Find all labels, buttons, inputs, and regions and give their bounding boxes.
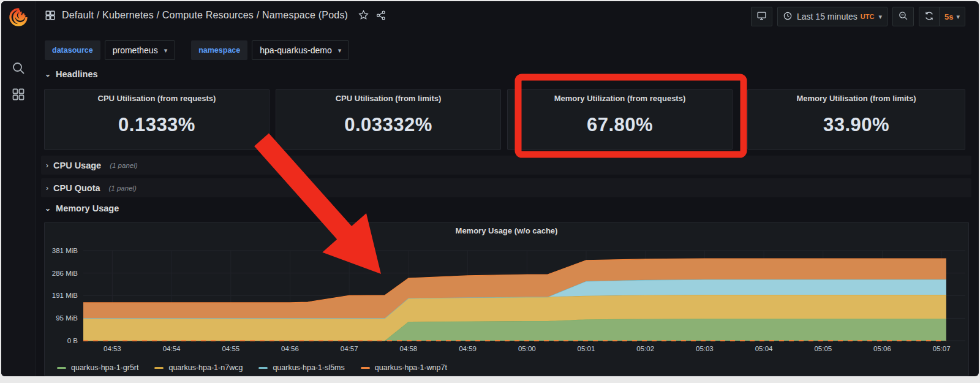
- legend-series-dash-icon: [258, 367, 268, 369]
- search-icon[interactable]: [11, 61, 26, 75]
- svg-text:191 MiB: 191 MiB: [52, 292, 78, 299]
- svg-text:04:55: 04:55: [222, 345, 239, 352]
- magnifier-minus-icon: [898, 10, 908, 23]
- stat-panel-memory-utilization-requests[interactable]: Memory Utilization (from requests) 67.80…: [507, 89, 733, 150]
- memory-usage-chart-panel[interactable]: Memory Usage (w/o cache) 0 B95 MiB191 Mi…: [44, 222, 969, 376]
- chart-title: Memory Usage (w/o cache): [45, 226, 968, 235]
- row-title: Headlines: [56, 69, 98, 79]
- stat-value: 67.80%: [508, 114, 732, 136]
- panel-title: CPU Utilisation (from requests): [45, 94, 269, 103]
- datasource-select[interactable]: prometheus ▾: [105, 40, 175, 60]
- stat-value: 0.1333%: [45, 114, 269, 136]
- star-icon[interactable]: [358, 9, 369, 21]
- refresh-interval-value: 5s: [944, 12, 953, 21]
- row-header-headlines[interactable]: ⌄ Headlines: [45, 69, 98, 79]
- row-title: Memory Usage: [56, 203, 119, 213]
- stat-value: 0.03332%: [276, 114, 500, 136]
- legend-series-dash-icon: [361, 367, 370, 369]
- dashboards-icon[interactable]: [11, 87, 26, 102]
- row-title: CPU Usage: [53, 161, 101, 170]
- svg-text:95 MiB: 95 MiB: [56, 314, 78, 322]
- svg-text:0 B: 0 B: [67, 337, 78, 344]
- svg-text:05:00: 05:00: [518, 345, 536, 352]
- svg-text:05:02: 05:02: [636, 345, 654, 352]
- svg-text:04:58: 04:58: [399, 345, 417, 352]
- svg-text:04:53: 04:53: [104, 345, 121, 352]
- chevron-down-icon: ▾: [878, 13, 882, 21]
- time-range-picker[interactable]: Last 15 minutes UTC ▾: [777, 7, 888, 26]
- legend-series-name: quarkus-hpa-1-gr5rt: [71, 363, 138, 372]
- chevron-down-icon: ▾: [338, 47, 342, 55]
- chevron-right-icon: ›: [46, 184, 48, 192]
- variable-label: datasource: [45, 40, 100, 60]
- grafana-app: Default / Kubernetes / Compute Resources…: [1, 1, 979, 376]
- chevron-down-icon: ⌄: [45, 70, 51, 78]
- grafana-logo-icon[interactable]: [9, 7, 28, 27]
- refresh-interval-picker[interactable]: 5s ▾: [940, 7, 965, 26]
- legend-series-name: quarkus-hpa-1-n7wcg: [168, 363, 243, 372]
- panel-title: Memory Utilization (from requests): [508, 94, 732, 103]
- row-header-cpu-usage[interactable]: › CPU Usage (1 panel): [41, 156, 971, 175]
- chevron-down-icon: ▾: [164, 47, 168, 55]
- svg-text:04:56: 04:56: [281, 345, 299, 352]
- time-range-label: Last 15 minutes: [797, 12, 858, 21]
- legend-item[interactable]: quarkus-hpa-1-gr5rt: [57, 363, 138, 372]
- svg-text:05:07: 05:07: [933, 345, 951, 352]
- apps-grid-icon[interactable]: [45, 10, 56, 21]
- legend-series-name: quarkus-hpa-1-wnp7t: [375, 363, 447, 372]
- svg-text:05:04: 05:04: [755, 345, 773, 352]
- share-icon[interactable]: [375, 10, 386, 21]
- main-area: Default / Kubernetes / Compute Resources…: [36, 1, 979, 376]
- legend-series-dash-icon: [57, 367, 66, 369]
- legend-series-dash-icon: [154, 367, 164, 369]
- stat-panel-memory-utilisation-limits[interactable]: Memory Utilisation (from limits) 33.90%: [747, 89, 965, 150]
- panel-title: CPU Utilisation (from limits): [276, 94, 500, 103]
- variable-datasource: datasource prometheus ▾: [45, 40, 175, 60]
- row-header-cpu-quota[interactable]: › CPU Quota (1 panel): [41, 178, 971, 197]
- namespace-value: hpa-quarkus-demo: [260, 45, 332, 55]
- variable-label: namespace: [191, 40, 247, 60]
- memory-usage-chart-svg[interactable]: 0 B95 MiB191 MiB286 MiB381 MiB04:5304:54…: [45, 238, 968, 358]
- svg-text:05:03: 05:03: [696, 345, 714, 352]
- clock-icon: [783, 11, 793, 23]
- legend-series-name: quarkus-hpa-1-sl5ms: [273, 363, 344, 372]
- svg-text:05:06: 05:06: [873, 345, 891, 352]
- refresh-button[interactable]: [919, 7, 940, 26]
- row-panel-count: (1 panel): [110, 162, 137, 169]
- time-zone-label: UTC: [861, 13, 875, 20]
- screenshot-frame: Default / Kubernetes / Compute Resources…: [0, 0, 980, 383]
- legend-item[interactable]: quarkus-hpa-1-wnp7t: [361, 363, 447, 372]
- svg-text:381 MiB: 381 MiB: [52, 247, 78, 254]
- legend-item[interactable]: quarkus-hpa-1-n7wcg: [154, 363, 243, 372]
- chevron-right-icon: ›: [46, 161, 48, 170]
- row-panel-count: (1 panel): [109, 184, 137, 192]
- chevron-down-icon: ⌄: [45, 204, 51, 213]
- stat-panel-cpu-utilisation-requests[interactable]: CPU Utilisation (from requests) 0.1333%: [44, 89, 270, 150]
- svg-text:04:57: 04:57: [341, 345, 358, 352]
- svg-text:05:01: 05:01: [578, 345, 595, 352]
- cycle-view-button[interactable]: [751, 7, 772, 26]
- panel-title: Memory Utilisation (from limits): [748, 94, 965, 103]
- zoom-out-button[interactable]: [892, 7, 914, 26]
- template-variables: datasource prometheus ▾ namespace hpa-qu…: [45, 40, 349, 60]
- sidebar: [1, 1, 36, 376]
- legend-item[interactable]: quarkus-hpa-1-sl5ms: [258, 363, 344, 372]
- stat-panel-cpu-utilisation-limits[interactable]: CPU Utilisation (from limits) 0.03332%: [276, 89, 501, 150]
- svg-text:286 MiB: 286 MiB: [52, 270, 78, 277]
- variable-namespace: namespace hpa-quarkus-demo ▾: [191, 40, 349, 60]
- row-header-memory-usage[interactable]: ⌄ Memory Usage: [45, 203, 119, 213]
- breadcrumb[interactable]: Default / Kubernetes / Compute Resources…: [62, 10, 348, 21]
- refresh-icon: [924, 11, 934, 23]
- dashboard-topbar: Default / Kubernetes / Compute Resources…: [36, 1, 979, 32]
- row-title: CPU Quota: [53, 183, 100, 193]
- stat-value: 33.90%: [748, 114, 965, 136]
- svg-text:04:59: 04:59: [459, 345, 477, 352]
- svg-text:04:54: 04:54: [163, 345, 181, 352]
- namespace-select[interactable]: hpa-quarkus-demo ▾: [252, 40, 349, 60]
- monitor-icon: [756, 10, 767, 23]
- chevron-down-icon: ▾: [956, 13, 960, 21]
- datasource-value: prometheus: [113, 45, 158, 55]
- chart-legend: quarkus-hpa-1-gr5rtquarkus-hpa-1-n7wcgqu…: [57, 363, 447, 372]
- svg-text:05:05: 05:05: [814, 345, 832, 352]
